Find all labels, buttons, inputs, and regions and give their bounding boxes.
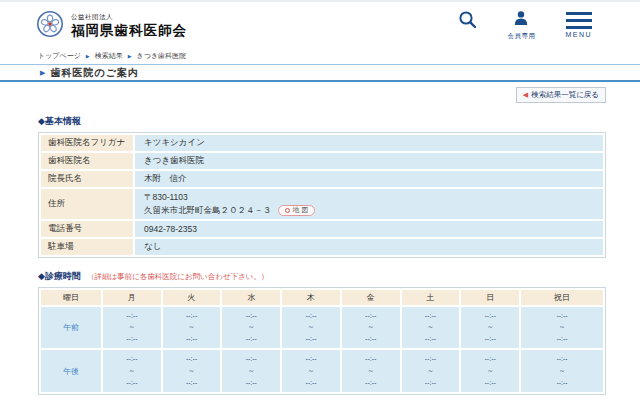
hours-column-header: 曜日 [41,290,101,305]
hours-slot: --:--～--:-- [342,307,400,349]
hours-slot-line: --:-- [222,310,280,322]
hours-slot-line: --:-- [521,353,603,365]
hours-slot-line: --:-- [402,377,460,389]
hours-slot-line: --:-- [521,377,603,389]
hours-heading: ◆診療時間 （詳細は事前に各歯科医院にお問い合わせ下さい。） [38,270,640,283]
hours-slot-line: --:-- [342,333,400,345]
breadcrumb-item[interactable]: トップページ [38,51,81,61]
hours-slot: --:--～--:-- [461,307,519,349]
hours-column-header: 月 [103,290,161,305]
hours-slot-line: --:-- [163,353,221,365]
info-label: 電話番号 [41,221,133,237]
menu-button[interactable]: MENU [565,10,592,38]
info-value: 0942-78-2353 [135,221,603,237]
address-line-2: 久留米市北野町金島２０２４－３地 図 [144,204,601,217]
hours-slot: --:--～--:-- [521,350,603,392]
table-row: 駐車場なし [41,239,603,255]
hours-slot-line: --:-- [163,333,221,345]
hours-slot-line: ～ [103,321,161,333]
hours-slot-line: --:-- [222,333,280,345]
hours-slot: --:--～--:-- [521,307,603,349]
map-pin-icon [285,208,290,213]
page-title-bar: ▶ 歯科医院のご案内 [0,64,640,82]
breadcrumb-separator-icon: ▶ [86,53,90,59]
breadcrumb-item[interactable]: きつき歯科医院 [137,51,187,61]
hours-slot-line: --:-- [103,353,161,365]
menu-label: MENU [565,31,592,38]
hours-slot: --:--～--:-- [402,350,460,392]
hours-column-header: 金 [342,290,400,305]
hours-slot-line: --:-- [461,310,519,322]
breadcrumb-separator-icon: ▶ [128,53,132,59]
breadcrumb: トップページ▶検索結果▶きつき歯科医院 [38,51,640,61]
site-logo[interactable]: 公益社団法人 福岡県歯科医師会 [36,10,187,42]
breadcrumb-item[interactable]: 検索結果 [95,51,123,61]
address-line-1: 〒830-1103 [144,191,601,204]
hours-slot-line: ～ [342,365,400,377]
hours-slot-line: --:-- [103,333,161,345]
hours-slot-line: ～ [342,321,400,333]
hours-column-header: 祝日 [521,290,603,305]
hours-table: 曜日月火水木金土日祝日 午前--:--～--:----:--～--:----:-… [38,287,606,395]
hours-slot-line: --:-- [103,377,161,389]
hours-slot-line: --:-- [521,310,603,322]
hours-slot: --:--～--:-- [282,307,340,349]
hours-note: （詳細は事前に各歯科医院にお問い合わせ下さい。） [87,272,269,282]
hours-slot: --:--～--:-- [103,350,161,392]
search-button[interactable] [458,10,477,33]
hours-slot-line: --:-- [282,333,340,345]
map-button-label: 地 図 [293,205,309,216]
association-logo-icon [36,10,64,42]
hours-slot: --:--～--:-- [163,307,221,349]
hamburger-icon [566,10,592,29]
info-label: 住所 [41,189,133,219]
hours-slot-line: ～ [163,321,221,333]
info-label: 院長氏名 [41,171,133,187]
page-title: 歯科医院のご案内 [50,66,138,80]
back-arrow-icon: ◀ [523,91,528,99]
hours-slot: --:--～--:-- [222,307,280,349]
hours-slot-line: --:-- [461,353,519,365]
member-area-button[interactable]: 会員専用 [507,10,535,41]
hours-slot-line: --:-- [521,333,603,345]
hours-slot-line: ～ [222,365,280,377]
hours-slot-line: --:-- [103,310,161,322]
hours-slot: --:--～--:-- [103,307,161,349]
hours-slot: --:--～--:-- [282,350,340,392]
hours-slot: --:--～--:-- [222,350,280,392]
info-value: 木附 信介 [135,171,603,187]
info-label: 歯科医院名フリガナ [41,135,133,151]
hours-slot-line: --:-- [461,333,519,345]
hours-slot: --:--～--:-- [163,350,221,392]
hours-slot-line: --:-- [461,377,519,389]
table-row: 歯科医院名きつき歯科医院 [41,153,603,169]
back-to-results-button[interactable]: ◀ 検索結果一覧に戻る [516,87,606,103]
info-value: きつき歯科医院 [135,153,603,169]
hours-slot-line: ～ [402,321,460,333]
hours-slot-line: ～ [163,365,221,377]
hours-slot-line: --:-- [402,310,460,322]
address-text: 久留米市北野町金島２０２４－３ [144,204,272,217]
hours-slot-line: --:-- [402,353,460,365]
table-row: 住所〒830-1103久留米市北野町金島２０２４－３地 図 [41,189,603,219]
hours-slot-line: --:-- [402,333,460,345]
hours-column-header: 土 [402,290,460,305]
hours-slot-line: ～ [402,365,460,377]
hours-slot-line: --:-- [222,353,280,365]
hours-slot-line: --:-- [222,377,280,389]
hours-row: 午前--:--～--:----:--～--:----:--～--:----:--… [41,307,603,349]
member-area-label: 会員専用 [507,32,535,41]
hours-row: 午後--:--～--:----:--～--:----:--～--:----:--… [41,350,603,392]
table-row: 歯科医院名フリガナキツキシカイン [41,135,603,151]
site-header: 公益社団法人 福岡県歯科医師会 会員専用 MENU [0,2,640,48]
info-value: キツキシカイン [135,135,603,151]
hours-column-header: 日 [461,290,519,305]
hours-slot-line: --:-- [342,310,400,322]
table-row: 電話番号0942-78-2353 [41,221,603,237]
hours-slot-line: ～ [521,321,603,333]
info-value: なし [135,239,603,255]
info-label: 駐車場 [41,239,133,255]
person-icon [513,10,529,30]
hours-slot-line: ～ [521,365,603,377]
map-button[interactable]: 地 図 [278,205,316,216]
